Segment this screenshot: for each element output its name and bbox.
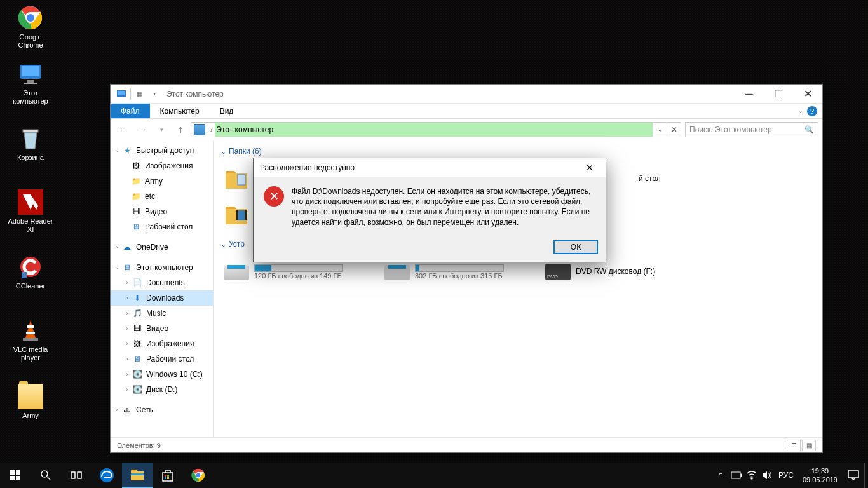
tree-item[interactable]: 🖼Изображения bbox=[111, 158, 213, 173]
taskbar-chrome[interactable] bbox=[183, 463, 214, 488]
tree-item[interactable]: 🎞Видео bbox=[111, 204, 213, 219]
desktop-icon-recyclebin[interactable]: Корзина bbox=[6, 126, 55, 162]
desktop-icon-vlc[interactable]: VLC media player bbox=[6, 318, 55, 362]
svg-rect-4 bbox=[22, 66, 39, 76]
address-dropdown-button[interactable]: ⌄ bbox=[653, 123, 667, 137]
desktop-icon-label: CCleaner bbox=[16, 282, 45, 290]
qat-separator bbox=[130, 88, 131, 100]
maximize-button[interactable]: ☐ bbox=[764, 85, 793, 104]
tree-item[interactable]: ›🖥Рабочий стол bbox=[111, 351, 213, 367]
qat-dropdown-button[interactable]: ▾ bbox=[147, 87, 161, 101]
search-input[interactable]: Поиск: Этот компьютер 🔍 bbox=[685, 122, 818, 137]
network-icon: 🖧 bbox=[122, 405, 132, 415]
navigation-pane: ⌄★Быстрый доступ 🖼Изображения 📁Army 📁etc… bbox=[111, 140, 214, 437]
view-tiles-button[interactable]: ▦ bbox=[802, 440, 816, 451]
svg-rect-40 bbox=[848, 471, 858, 478]
tray-overflow-button[interactable]: ⌃ bbox=[714, 463, 729, 488]
desktop-icon-adobe[interactable]: Adobe Reader XI bbox=[6, 189, 55, 234]
svg-rect-5 bbox=[27, 80, 34, 83]
taskbar-edge[interactable] bbox=[92, 463, 122, 488]
desktop-icon-ccleaner[interactable]: CCleaner bbox=[6, 254, 55, 290]
ok-button[interactable]: ОК bbox=[553, 240, 598, 254]
desktop-icon-thispc[interactable]: Этот компьютер bbox=[6, 61, 55, 105]
desktop-icon-chrome[interactable]: Google Chrome bbox=[6, 5, 55, 50]
status-item-count: Элементов: 9 bbox=[117, 442, 161, 449]
tree-item-downloads[interactable]: ›⬇Downloads bbox=[111, 290, 213, 306]
svg-line-25 bbox=[47, 477, 50, 480]
qat-properties-button[interactable]: ▦ bbox=[132, 87, 146, 101]
view-details-button[interactable]: ☰ bbox=[787, 440, 801, 451]
start-button[interactable] bbox=[0, 463, 31, 488]
action-center-button[interactable] bbox=[843, 463, 864, 488]
svg-rect-29 bbox=[131, 473, 144, 475]
drive-usage-bar bbox=[415, 264, 504, 272]
tree-network[interactable]: ›🖧Сеть bbox=[111, 402, 213, 417]
chrome-icon bbox=[18, 5, 43, 30]
minimize-button[interactable]: ─ bbox=[735, 85, 764, 104]
nav-up-button[interactable]: ↑ bbox=[172, 121, 189, 138]
volume-icon[interactable] bbox=[759, 463, 775, 488]
svg-rect-26 bbox=[71, 472, 75, 478]
tab-view[interactable]: Вид bbox=[210, 104, 244, 118]
svg-rect-32 bbox=[165, 477, 166, 479]
tree-item[interactable]: ›💽Диск (D:) bbox=[111, 382, 213, 397]
address-text[interactable]: Этот компьютер bbox=[215, 123, 653, 137]
tab-file[interactable]: Файл bbox=[111, 104, 150, 118]
wifi-icon[interactable] bbox=[744, 463, 759, 488]
battery-icon[interactable] bbox=[729, 463, 744, 488]
tree-onedrive[interactable]: ›☁OneDrive bbox=[111, 240, 213, 255]
desktop-icon-label: Army bbox=[22, 412, 39, 420]
close-button[interactable]: ✕ bbox=[793, 85, 822, 104]
svg-rect-18 bbox=[236, 210, 238, 220]
taskbar-explorer[interactable] bbox=[122, 463, 153, 488]
svg-rect-21 bbox=[16, 470, 20, 475]
titlebar-app-icon[interactable] bbox=[114, 87, 128, 101]
tree-item[interactable]: ›💽Windows 10 (C:) bbox=[111, 367, 213, 382]
taskbar-store[interactable] bbox=[153, 463, 183, 488]
tree-item[interactable]: ›🎵Music bbox=[111, 306, 213, 321]
clock[interactable]: 19:39 09.05.2019 bbox=[797, 466, 843, 485]
nav-history-button[interactable]: ▾ bbox=[153, 121, 170, 138]
desktop-icon-label: VLC media player bbox=[6, 346, 55, 362]
tree-item[interactable]: 📁Army bbox=[111, 173, 213, 189]
tree-quick-access[interactable]: ⌄★Быстрый доступ bbox=[111, 143, 213, 158]
svg-point-39 bbox=[751, 478, 752, 479]
show-desktop-button[interactable] bbox=[864, 463, 868, 488]
titlebar[interactable]: ▦ ▾ Этот компьютер ─ ☐ ✕ bbox=[111, 85, 822, 104]
tree-item[interactable]: ›🖼Изображения bbox=[111, 336, 213, 351]
nav-forward-button[interactable]: → bbox=[133, 121, 151, 138]
video-icon: 🎞 bbox=[132, 323, 142, 334]
dialog-titlebar[interactable]: Расположение недоступно ✕ bbox=[254, 158, 606, 177]
tree-item[interactable]: ›📄Documents bbox=[111, 275, 213, 290]
search-placeholder: Поиск: Этот компьютер bbox=[689, 125, 772, 134]
folder-video-icon bbox=[224, 201, 249, 227]
tree-item[interactable]: 📁etc bbox=[111, 189, 213, 204]
tree-this-pc[interactable]: ⌄🖥Этот компьютер bbox=[111, 260, 213, 275]
svg-rect-19 bbox=[245, 210, 247, 220]
error-icon: ✕ bbox=[264, 186, 284, 207]
address-bar[interactable]: › Этот компьютер ⌄ ✕ bbox=[191, 122, 681, 137]
task-view-button[interactable] bbox=[61, 463, 92, 488]
status-bar: Элементов: 9 ☰ ▦ bbox=[111, 437, 822, 452]
folder-icon: 📁 bbox=[131, 191, 141, 201]
desktop-icon-army[interactable]: Army bbox=[6, 384, 55, 420]
tab-computer[interactable]: Компьютер bbox=[150, 104, 210, 118]
svg-rect-16 bbox=[238, 175, 245, 185]
drive-icon: 💽 bbox=[132, 369, 142, 379]
tree-item[interactable]: ›🎞Видео bbox=[111, 321, 213, 336]
drive-icon bbox=[224, 259, 249, 284]
search-icon: 🔍 bbox=[804, 125, 814, 134]
taskbar-search-button[interactable] bbox=[31, 463, 61, 488]
help-button[interactable]: ? bbox=[807, 106, 817, 116]
ribbon-expand-button[interactable]: ⌄ bbox=[798, 107, 803, 114]
folders-section-header[interactable]: ⌄Папки (6) bbox=[221, 147, 815, 156]
tree-item[interactable]: 🖥Рабочий стол bbox=[111, 219, 213, 234]
folder-icon: 🖼 bbox=[131, 161, 141, 171]
folder-item[interactable]: й стол bbox=[636, 161, 797, 196]
nav-back-button[interactable]: ← bbox=[114, 121, 132, 138]
address-refresh-button[interactable]: ✕ bbox=[667, 123, 681, 137]
dialog-close-button[interactable]: ✕ bbox=[580, 160, 599, 175]
svg-rect-6 bbox=[24, 83, 37, 84]
svg-rect-20 bbox=[10, 470, 15, 475]
language-indicator[interactable]: РУС bbox=[775, 471, 797, 480]
